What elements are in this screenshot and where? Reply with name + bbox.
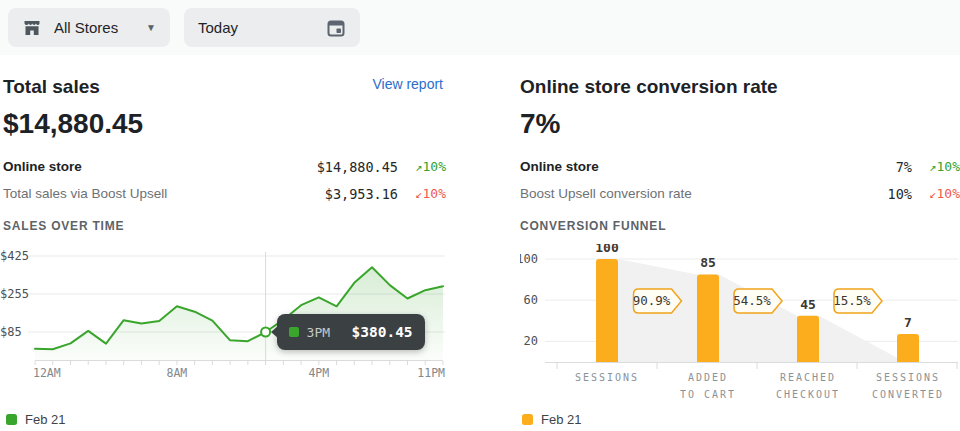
svg-text:20: 20 [524,334,538,348]
total-sales-header: Total sales View report [3,76,443,98]
metric-label: Online store [3,159,82,174]
svg-text:CONVERTED: CONVERTED [872,389,944,400]
svg-text:8AM: 8AM [167,366,188,379]
filter-bar: All Stores ▼ Today [0,0,960,55]
svg-text:11PM: 11PM [417,366,445,379]
conversion-funnel-title: CONVERSION FUNNEL [520,219,666,233]
conversion-rate-header: Online store conversion rate [520,76,960,98]
view-report-link[interactable]: View report [372,76,443,92]
svg-text:TO CART: TO CART [680,389,736,400]
metric-label: Online store [520,159,599,174]
svg-text:54.5%: 54.5% [733,293,771,308]
conversion-funnel-chart[interactable]: 10060201008545790.9%54.5%15.5%SESSIONSAD… [520,244,960,409]
store-icon [22,18,42,38]
sales-line-chart-svg: $425$255$8512AM8AM4PM11PM [0,244,445,379]
store-selector-button[interactable]: All Stores ▼ [8,8,170,47]
metric-value: $14,880.45 [278,159,398,175]
trend-up-icon: ↗ [929,160,936,174]
legend-label: Feb 21 [541,412,581,427]
funnel-legend: Feb 21 [522,412,581,427]
analytics-dashboard: All Stores ▼ Today Total sales View repo… [0,0,960,431]
metric-delta: ↙10% [398,186,446,201]
svg-text:90.9%: 90.9% [633,293,671,308]
svg-text:CHECKOUT: CHECKOUT [776,389,840,400]
svg-text:$85: $85 [0,325,22,339]
trend-down-icon: ↙ [929,187,936,201]
total-sales-metrics: Online store $14,880.45 ↗10% Total sales… [3,153,446,207]
svg-text:SESSIONS: SESSIONS [575,372,639,383]
conversion-funnel-svg: 10060201008545790.9%54.5%15.5%SESSIONSAD… [520,244,960,409]
conversion-rate-metrics: Online store 7% ↗10% Boost Upsell conver… [520,153,960,207]
date-selector-label: Today [198,19,238,36]
svg-text:$425: $425 [0,249,29,263]
svg-text:60: 60 [524,293,538,307]
legend-swatch-orange [522,414,533,425]
svg-text:$255: $255 [0,287,29,301]
sales-line-chart[interactable]: $425$255$8512AM8AM4PM11PM 3PM $380.45 [0,244,445,379]
metric-delta: ↗10% [398,159,446,174]
svg-text:12AM: 12AM [33,366,61,379]
metric-delta: ↙10% [912,186,960,201]
date-selector-button[interactable]: Today [184,8,360,47]
conversion-rate-value: 7% [520,108,560,140]
store-selector-label: All Stores [54,19,118,36]
metric-row-online-store-rate: Online store 7% ↗10% [520,153,960,180]
legend-label: Feb 21 [25,412,65,427]
metric-row-boost-upsell-rate: Boost Upsell conversion rate 10% ↙10% [520,180,960,207]
sales-over-time-title: SALES OVER TIME [3,219,124,233]
tooltip-value: $380.45 [351,324,412,340]
metric-label: Total sales via Boost Upsell [3,186,167,201]
svg-text:85: 85 [700,255,716,270]
metric-label: Boost Upsell conversion rate [520,186,692,201]
sales-legend: Feb 21 [6,412,65,427]
total-sales-value: $14,880.45 [3,108,143,140]
metric-delta: ↗10% [912,159,960,174]
trend-up-icon: ↗ [415,160,422,174]
trend-down-icon: ↙ [415,187,422,201]
metric-value: $3,953.16 [278,186,398,202]
metric-row-boost-upsell-sales: Total sales via Boost Upsell $3,953.16 ↙… [3,180,446,207]
svg-text:7: 7 [904,315,912,330]
total-sales-title: Total sales [3,76,100,98]
svg-text:100: 100 [520,252,538,266]
tooltip-time: 3PM [307,325,330,340]
svg-text:SESSIONS: SESSIONS [876,372,940,383]
svg-text:45: 45 [800,297,816,312]
tooltip-series-swatch [289,327,299,337]
metric-row-online-store-sales: Online store $14,880.45 ↗10% [3,153,446,180]
metric-value: 7% [792,159,912,175]
chevron-down-icon: ▼ [146,22,156,33]
calendar-icon [326,18,346,38]
metric-value: 10% [792,186,912,202]
svg-text:15.5%: 15.5% [833,293,871,308]
conversion-rate-title: Online store conversion rate [520,76,778,98]
svg-text:ADDED: ADDED [688,372,728,383]
legend-swatch-green [6,414,17,425]
svg-text:4PM: 4PM [308,366,329,379]
chart-tooltip: 3PM $380.45 [277,314,425,350]
svg-text:REACHED: REACHED [780,372,836,383]
svg-text:100: 100 [595,244,619,255]
